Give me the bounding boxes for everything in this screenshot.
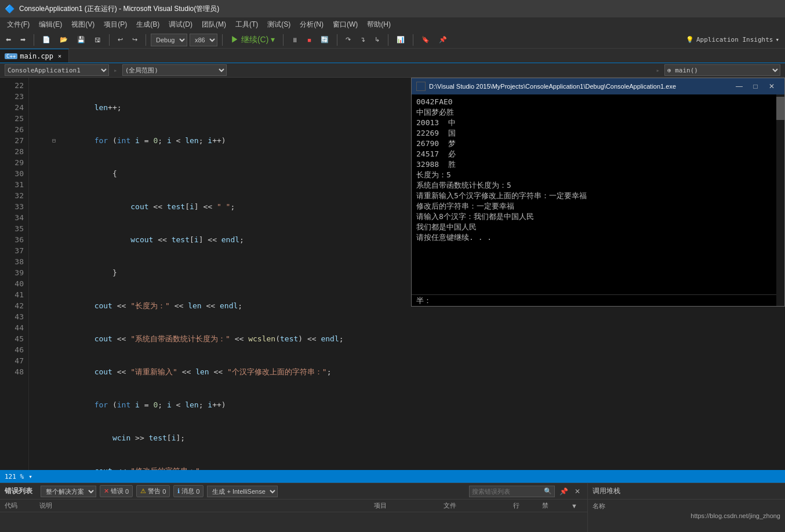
pin-btn[interactable]: 📌 [435, 35, 450, 45]
code-line-32: wcin >> test[i]; [38, 432, 785, 443]
app-insights-chevron: ▾ [775, 36, 779, 43]
zoom-chevron[interactable]: ▾ [28, 473, 32, 480]
col-file-header: 文件 [444, 501, 513, 510]
toolbar-redo[interactable]: ↪ [129, 35, 141, 45]
menu-tools[interactable]: 工具(T) [231, 17, 263, 31]
menu-edit[interactable]: 编辑(E) [34, 17, 67, 31]
col-line-header: 行 [513, 501, 542, 510]
menu-project[interactable]: 项目(P) [99, 17, 132, 31]
platform-dropdown[interactable]: x86 [190, 34, 217, 46]
app-insights-button[interactable]: 💡 Application Insights ▾ [682, 35, 783, 45]
url-bar: https://blog.csdn.net/jing_zhong [690, 512, 780, 519]
error-list-columns: 代码 说明 项目 文件 行 禁 ▼ [0, 500, 587, 512]
step-out[interactable]: ↳ [371, 35, 383, 45]
toolbar-forward[interactable]: ➡ [17, 35, 29, 45]
console-scrollbar[interactable] [776, 94, 784, 306]
console-minimize[interactable]: — [731, 81, 747, 92]
toolbar-right: 💡 Application Insights ▾ [682, 35, 783, 45]
toolbar: ⬅ ➡ 📄 📂 💾 🖫 ↩ ↪ Debug x86 ▶ 继续(C) ▾ ⏸ ■ … [0, 31, 785, 49]
stop-button[interactable]: ■ [304, 35, 315, 45]
menu-test[interactable]: 测试(S) [263, 17, 295, 31]
code-line-31: for (int i = 0; i < len; i++) [38, 399, 785, 410]
tab-close-button[interactable]: ✕ [56, 52, 64, 60]
error-count-badge[interactable]: ✕ 错误 0 [100, 485, 133, 497]
toolbar-sep4 [222, 34, 223, 46]
lightbulb-icon: 💡 [686, 36, 694, 43]
warning-label: 警告 [148, 487, 161, 495]
url-text: https://blog.csdn.net/jing_zhong [690, 512, 780, 519]
main-area: ConsoleApplication1 ▸ (全局范围) ▸ ⊕ main() … [0, 63, 785, 532]
search-icon: 🔍 [544, 487, 552, 495]
menu-analyze[interactable]: 分析(N) [295, 17, 328, 31]
col-char-header: 禁 [542, 501, 571, 510]
toolbar-back[interactable]: ⬅ [2, 35, 14, 45]
toolbar-sep7 [388, 34, 388, 46]
tab-bar: C++ main.cpp ✕ [0, 49, 785, 63]
menu-bar: 文件(F) 编辑(E) 视图(V) 项目(P) 生成(B) 调试(D) 团队(M… [0, 17, 785, 31]
message-count-badge[interactable]: ℹ 消息 0 [173, 485, 203, 497]
function-dropdown[interactable]: ⊕ main() [664, 64, 780, 76]
filter-dropdown[interactable]: 生成 + IntelliSense [207, 486, 278, 497]
col-desc-header: 说明 [39, 501, 374, 510]
step-over[interactable]: ↷ [342, 35, 354, 45]
menu-build[interactable]: 生成(B) [132, 17, 164, 31]
bookmark-btn[interactable]: 🔖 [418, 35, 433, 45]
nav-bar: ConsoleApplication1 ▸ (全局范围) ▸ ⊕ main() [0, 63, 785, 78]
toolbar-sep5 [283, 34, 284, 46]
warning-count-badge[interactable]: ⚠ 警告 0 [136, 485, 170, 497]
toolbar-save[interactable]: 💾 [74, 35, 89, 45]
zoom-value: 121 % [5, 473, 24, 480]
title-bar: 🔷 ConsoleApplication1 (正在运行) - Microsoft… [0, 0, 785, 17]
debug-config-dropdown[interactable]: Debug [151, 34, 187, 46]
error-list-toolbar: 错误列表 整个解决方案 ✕ 错误 0 ⚠ 警告 0 ℹ 消息 0 [0, 483, 587, 500]
menu-window[interactable]: 窗口(W) [328, 17, 362, 31]
search-error-input[interactable] [472, 488, 541, 495]
col-code-header: 代码 [5, 501, 39, 510]
toolbar-sep2 [109, 34, 110, 46]
menu-help[interactable]: 帮助(H) [362, 17, 395, 31]
console-close[interactable]: ✕ [764, 81, 780, 92]
call-stack-header: 调用堆栈 [588, 483, 785, 500]
menu-view[interactable]: 视图(V) [67, 17, 99, 31]
console-window[interactable]: D:\Visual Studio 2015\MyProjects\Console… [411, 78, 785, 307]
call-stack-panel: 调用堆栈 名称 [588, 483, 785, 532]
console-maximize[interactable]: □ [747, 81, 764, 92]
menu-team[interactable]: 团队(M) [197, 17, 231, 31]
toolbar-save-all[interactable]: 🖫 [91, 35, 104, 45]
app-insights-label: Application Insights [696, 36, 773, 43]
fold-23: ⊟ [50, 135, 58, 146]
console-prompt: 半： [416, 296, 431, 306]
tab-main-cpp[interactable]: C++ main.cpp ✕ [0, 49, 69, 63]
continue-button[interactable]: ▶ 继续(C) ▾ [227, 34, 278, 46]
error-scope-dropdown[interactable]: 整个解决方案 [41, 486, 96, 497]
step-into[interactable]: ↴ [357, 35, 369, 45]
toolbar-new[interactable]: 📄 [39, 35, 54, 45]
toolbar-sep1 [34, 34, 34, 46]
code-line-33: cout << "修改后的字符串："; [38, 465, 785, 470]
app-title: ConsoleApplication1 (正在运行) - Microsoft V… [19, 4, 219, 14]
toolbar-open[interactable]: 📂 [56, 35, 71, 45]
message-label: 消息 [181, 487, 194, 495]
pause-button[interactable]: ⏸ [288, 35, 301, 45]
info-icon: ℹ [177, 487, 180, 495]
toolbar-sep8 [413, 34, 413, 46]
menu-debug[interactable]: 调试(D) [164, 17, 197, 31]
search-error-box: 🔍 [469, 486, 555, 497]
col-project-header: 项目 [374, 501, 444, 510]
error-count: 0 [125, 488, 129, 495]
restart-button[interactable]: 🔄 [317, 35, 332, 45]
performance-btn[interactable]: 📊 [393, 35, 408, 45]
menu-file[interactable]: 文件(F) [2, 17, 34, 31]
class-nav-dropdown[interactable]: ConsoleApplication1 [5, 64, 109, 76]
scope-dropdown[interactable]: (全局范围) [122, 64, 227, 76]
toolbar-undo[interactable]: ↩ [114, 35, 126, 45]
close-panel-btn[interactable]: ✕ [572, 486, 583, 497]
vs-logo: 🔷 [5, 4, 14, 13]
warning-count: 0 [162, 488, 166, 495]
pin-panel-btn[interactable]: 📌 [558, 486, 569, 497]
console-output: 0042FAE0 中国梦必胜 20013 中 22269 国 26790 梦 2… [412, 94, 784, 294]
warning-icon: ⚠ [140, 487, 146, 495]
message-count: 0 [196, 488, 199, 495]
console-input-line: 半： [412, 294, 784, 306]
toolbar-sep6 [337, 34, 337, 46]
